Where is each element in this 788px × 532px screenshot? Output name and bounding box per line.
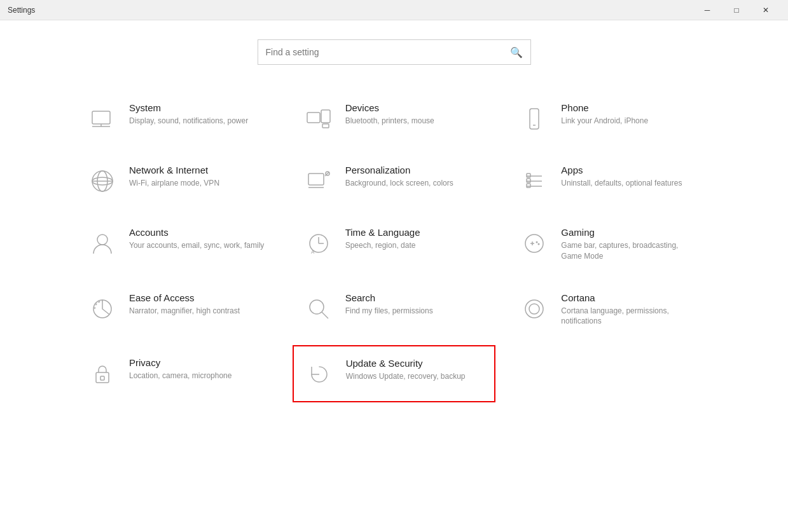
privacy-icon <box>87 358 118 389</box>
settings-item-search[interactable]: Search Find my files, permissions <box>293 280 496 339</box>
search-input[interactable] <box>266 47 510 57</box>
settings-item-devices[interactable]: Devices Bluetooth, printers, mouse <box>293 90 496 146</box>
settings-desc-accounts: Your accounts, email, sync, work, family <box>129 240 269 251</box>
settings-item-personalization[interactable]: Personalization Background, lock screen,… <box>293 153 496 208</box>
settings-item-phone[interactable]: Phone Link your Android, iPhone <box>508 90 712 146</box>
settings-title-cortana: Cortana <box>561 292 701 303</box>
settings-item-network[interactable]: Network & Internet Wi-Fi, airplane mode,… <box>76 153 280 208</box>
settings-title-personalization: Personalization <box>345 165 485 175</box>
apps-icon <box>519 166 550 196</box>
settings-desc-time: Speech, region, date <box>345 240 485 251</box>
settings-desc-phone: Link your Android, iPhone <box>561 116 701 126</box>
settings-desc-ease: Narrator, magnifier, high contrast <box>129 306 269 317</box>
settings-text-phone: Phone Link your Android, iPhone <box>561 102 701 126</box>
minimize-button[interactable]: ─ <box>693 0 722 20</box>
svg-point-22 <box>97 235 107 245</box>
svg-rect-38 <box>100 376 104 380</box>
window-controls: ─ □ ✕ <box>693 0 780 20</box>
settings-item-ease[interactable]: Ease of Access Narrator, magnifier, high… <box>76 280 280 339</box>
svg-rect-4 <box>321 110 330 123</box>
system-icon <box>87 104 118 134</box>
svg-text:A: A <box>311 249 315 255</box>
settings-title-accounts: Accounts <box>129 227 269 238</box>
update-icon <box>304 359 335 390</box>
settings-desc-network: Wi-Fi, airplane mode, VPN <box>129 178 269 189</box>
svg-rect-0 <box>92 111 110 124</box>
settings-text-ease: Ease of Access Narrator, magnifier, high… <box>129 292 269 317</box>
gaming-icon <box>519 228 550 259</box>
settings-title-phone: Phone <box>561 102 701 113</box>
settings-text-apps: Apps Uninstall, defaults, optional featu… <box>561 165 701 189</box>
svg-rect-3 <box>307 113 320 123</box>
settings-text-update: Update & Security Windows Update, recove… <box>346 358 485 382</box>
svg-point-30 <box>536 242 538 243</box>
settings-text-privacy: Privacy Location, camera, microphone <box>129 357 269 381</box>
settings-title-search: Search <box>345 292 485 303</box>
settings-desc-apps: Uninstall, defaults, optional features <box>561 178 701 189</box>
settings-item-update[interactable]: Update & Security Windows Update, recove… <box>293 345 496 402</box>
settings-desc-cortana: Cortana language, permissions, notificat… <box>561 306 701 327</box>
settings-item-accounts[interactable]: Accounts Your accounts, email, sync, wor… <box>76 215 280 274</box>
settings-text-cortana: Cortana Cortana language, permissions, n… <box>561 292 701 327</box>
settings-title-devices: Devices <box>345 102 485 113</box>
settings-desc-personalization: Background, lock screen, colors <box>345 178 485 189</box>
personalization-icon <box>303 166 334 196</box>
settings-desc-system: Display, sound, notifications, power <box>129 116 269 126</box>
search-icon <box>303 294 334 324</box>
accounts-icon <box>87 228 118 259</box>
settings-item-time[interactable]: A Time & Language Speech, region, date <box>293 215 496 274</box>
svg-rect-5 <box>322 124 329 128</box>
titlebar: Settings ─ □ ✕ <box>0 0 788 20</box>
settings-item-privacy[interactable]: Privacy Location, camera, microphone <box>76 345 280 402</box>
settings-text-search: Search Find my files, permissions <box>345 292 485 317</box>
maximize-button[interactable]: □ <box>722 0 751 20</box>
settings-grid: System Display, sound, notifications, po… <box>76 90 712 402</box>
svg-rect-21 <box>527 184 530 188</box>
close-button[interactable]: ✕ <box>751 0 780 20</box>
settings-desc-gaming: Game bar, captures, broadcasting, Game M… <box>561 240 701 262</box>
app-title: Settings <box>8 6 35 15</box>
settings-text-network: Network & Internet Wi-Fi, airplane mode,… <box>129 165 269 189</box>
settings-title-privacy: Privacy <box>129 357 269 368</box>
cortana-icon <box>519 294 550 324</box>
svg-rect-12 <box>308 174 324 185</box>
settings-text-personalization: Personalization Background, lock screen,… <box>345 165 485 189</box>
settings-desc-devices: Bluetooth, printers, mouse <box>345 116 485 126</box>
search-box: 🔍 <box>258 39 531 65</box>
svg-line-34 <box>322 312 328 318</box>
ease-icon <box>87 294 118 324</box>
settings-text-time: Time & Language Speech, region, date <box>345 227 485 251</box>
search-icon: 🔍 <box>510 46 523 58</box>
svg-rect-37 <box>96 372 109 383</box>
settings-title-apps: Apps <box>561 165 701 175</box>
svg-rect-17 <box>527 174 530 177</box>
devices-icon <box>303 104 334 134</box>
settings-text-gaming: Gaming Game bar, captures, broadcasting,… <box>561 227 701 262</box>
settings-text-devices: Devices Bluetooth, printers, mouse <box>345 102 485 126</box>
settings-title-network: Network & Internet <box>129 165 269 175</box>
svg-point-35 <box>525 300 543 318</box>
settings-title-time: Time & Language <box>345 227 485 238</box>
svg-point-36 <box>529 304 539 314</box>
main-content: 🔍 System Display, sound, notifications, … <box>0 20 788 532</box>
settings-title-gaming: Gaming <box>561 227 701 238</box>
settings-title-update: Update & Security <box>346 358 485 369</box>
settings-desc-privacy: Location, camera, microphone <box>129 371 269 381</box>
settings-desc-search: Find my files, permissions <box>345 306 485 317</box>
settings-text-system: System Display, sound, notifications, po… <box>129 102 269 126</box>
settings-title-ease: Ease of Access <box>129 292 269 303</box>
settings-item-cortana[interactable]: Cortana Cortana language, permissions, n… <box>508 280 712 339</box>
settings-desc-update: Windows Update, recovery, backup <box>346 371 485 382</box>
time-icon: A <box>303 228 334 259</box>
svg-rect-19 <box>527 179 530 182</box>
settings-text-accounts: Accounts Your accounts, email, sync, wor… <box>129 227 269 251</box>
settings-item-gaming[interactable]: Gaming Game bar, captures, broadcasting,… <box>508 215 712 274</box>
settings-item-system[interactable]: System Display, sound, notifications, po… <box>76 90 280 146</box>
settings-item-apps[interactable]: Apps Uninstall, defaults, optional featu… <box>508 153 712 208</box>
settings-title-system: System <box>129 102 269 113</box>
svg-point-31 <box>538 243 540 245</box>
network-icon <box>87 166 118 196</box>
svg-rect-6 <box>530 109 539 129</box>
svg-point-33 <box>310 300 324 314</box>
search-container: 🔍 <box>76 39 712 65</box>
